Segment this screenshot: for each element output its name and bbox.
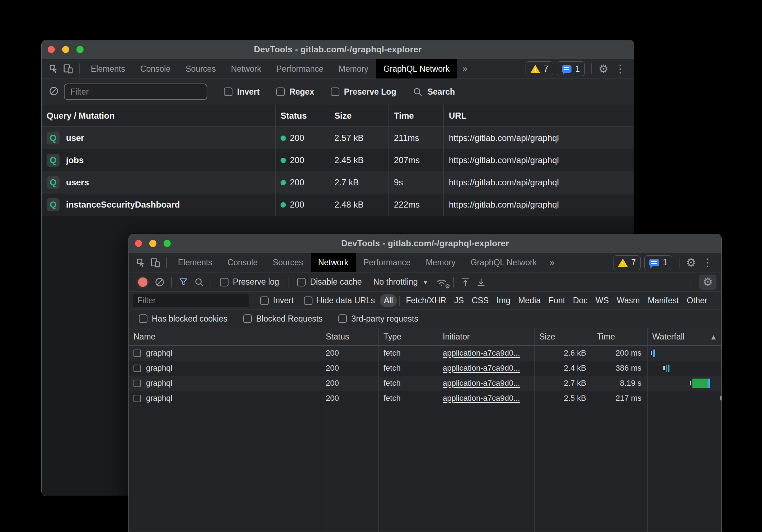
clear-icon[interactable] — [152, 275, 168, 289]
type-filter-media[interactable]: Media — [514, 294, 545, 307]
type-filter-img[interactable]: Img — [493, 294, 514, 307]
table-row[interactable]: Q users 200 2.7 kB 9s https://gitlab.com… — [42, 171, 634, 194]
table-row[interactable]: Q jobs 200 2.45 kB 207ms https://gitlab.… — [42, 149, 634, 171]
tab-console[interactable]: Console — [220, 253, 265, 272]
tab-console[interactable]: Console — [133, 59, 178, 79]
throttling-dropdown[interactable]: No throttling ▼ — [373, 277, 428, 287]
filter-input[interactable] — [64, 84, 207, 100]
type-filter-manifest[interactable]: Manifest — [644, 294, 683, 307]
tab-elements[interactable]: Elements — [170, 253, 220, 272]
tab-performance[interactable]: Performance — [269, 59, 331, 79]
tab-network[interactable]: Network — [224, 59, 269, 79]
invert-checkbox[interactable] — [224, 87, 232, 96]
initiator-link[interactable]: application-a7ca9d0... — [443, 348, 520, 358]
column-url[interactable]: URL — [443, 105, 634, 127]
device-toolbar-icon[interactable] — [148, 256, 163, 270]
preserve-log-checkbox-group[interactable]: Preserve Log — [331, 87, 396, 97]
filter-funnel-icon[interactable] — [175, 275, 191, 289]
type-filter-other[interactable]: Other — [683, 294, 711, 307]
row-checkbox[interactable] — [133, 395, 141, 402]
settings-gear-icon[interactable]: ⚙ — [598, 63, 608, 75]
titlebar[interactable]: DevTools - gitlab.com/-/graphql-explorer — [42, 40, 634, 59]
device-toolbar-icon[interactable] — [61, 62, 75, 76]
titlebar[interactable]: DevTools - gitlab.com/-/graphql-explorer — [129, 234, 721, 253]
table-row[interactable]: Q user 200 2.57 kB 211ms https://gitlab.… — [42, 127, 634, 149]
invert-checkbox[interactable] — [260, 296, 269, 305]
has-blocked-cookies-checkbox[interactable] — [139, 314, 147, 323]
network-settings-button[interactable]: ⚙ — [699, 275, 716, 290]
column-time[interactable]: Time — [592, 328, 647, 345]
tab-memory[interactable]: Memory — [418, 253, 463, 272]
messages-badge[interactable]: 1 — [557, 61, 585, 76]
initiator-link[interactable]: application-a7ca9d0... — [443, 364, 520, 373]
more-tabs-icon[interactable]: » — [549, 257, 555, 268]
hide-data-urls-checkbox[interactable] — [304, 296, 312, 305]
tab-memory[interactable]: Memory — [331, 59, 376, 79]
request-row[interactable]: graphql 200 fetch application-a7ca9d0...… — [129, 346, 721, 361]
messages-badge[interactable]: 1 — [644, 255, 672, 270]
regex-checkbox-group[interactable]: Regex — [276, 87, 314, 97]
tab-graphql-network[interactable]: GraphQL Network — [463, 253, 545, 272]
request-row[interactable]: graphql 200 fetch application-a7ca9d0...… — [129, 361, 721, 376]
blocked-requests-checkbox[interactable] — [243, 314, 252, 323]
column-status[interactable]: Status — [321, 328, 378, 345]
row-checkbox[interactable] — [133, 365, 141, 372]
filter-input[interactable] — [133, 294, 249, 307]
disable-cache-checkbox-group[interactable]: Disable cache — [297, 277, 362, 287]
column-size[interactable]: Size — [534, 328, 592, 345]
search-icon[interactable] — [191, 275, 207, 289]
more-options-icon[interactable]: ⋮ — [702, 257, 713, 268]
type-filter-doc[interactable]: Doc — [569, 294, 592, 307]
has-blocked-cookies-checkbox-group[interactable]: Has blocked cookies — [139, 314, 227, 324]
regex-checkbox[interactable] — [276, 87, 285, 96]
type-filter-fetch-xhr[interactable]: Fetch/XHR — [402, 294, 450, 307]
row-checkbox[interactable] — [133, 350, 141, 357]
type-filter-css[interactable]: CSS — [468, 294, 493, 307]
record-network-log-button[interactable] — [138, 277, 147, 287]
initiator-link[interactable]: application-a7ca9d0... — [443, 379, 520, 388]
invert-checkbox-group[interactable]: Invert — [224, 87, 260, 97]
third-party-requests-checkbox[interactable] — [338, 314, 347, 323]
hide-data-urls-checkbox-group[interactable]: Hide data URLs — [304, 296, 375, 305]
export-har-icon[interactable] — [473, 275, 489, 289]
request-row[interactable]: graphql 200 fetch application-a7ca9d0...… — [129, 391, 721, 406]
preserve-log-checkbox-group[interactable]: Preserve log — [220, 277, 279, 287]
column-type[interactable]: Type — [378, 328, 438, 345]
tab-performance[interactable]: Performance — [356, 253, 418, 272]
warnings-badge[interactable]: ! 7 — [613, 255, 641, 270]
table-row[interactable]: Q instanceSecurityDashboard 200 2.48 kB … — [42, 194, 634, 216]
tab-sources[interactable]: Sources — [178, 59, 223, 79]
inspect-element-icon[interactable] — [134, 256, 148, 270]
column-status[interactable]: Status — [275, 105, 329, 127]
more-tabs-icon[interactable]: » — [462, 63, 468, 74]
initiator-link[interactable]: application-a7ca9d0... — [443, 394, 520, 403]
column-time[interactable]: Time — [389, 105, 443, 127]
type-filter-ws[interactable]: WS — [592, 294, 613, 307]
search-button[interactable]: Search — [413, 87, 455, 97]
type-filter-font[interactable]: Font — [545, 294, 569, 307]
type-filter-js[interactable]: JS — [450, 294, 468, 307]
tab-sources[interactable]: Sources — [265, 253, 310, 272]
type-filter-all[interactable]: All — [380, 294, 397, 307]
import-har-icon[interactable] — [457, 275, 473, 289]
network-conditions-icon[interactable]: ⚙ — [434, 275, 450, 289]
warnings-badge[interactable]: ! 7 — [526, 61, 554, 76]
type-filter-wasm[interactable]: Wasm — [613, 294, 644, 307]
blocked-requests-checkbox-group[interactable]: Blocked Requests — [243, 314, 323, 324]
row-checkbox[interactable] — [133, 380, 141, 387]
tab-network[interactable]: Network — [311, 253, 356, 272]
settings-gear-icon[interactable]: ⚙ — [686, 257, 696, 268]
clear-icon[interactable] — [49, 86, 59, 98]
third-party-requests-checkbox-group[interactable]: 3rd-party requests — [338, 314, 418, 324]
tab-elements[interactable]: Elements — [83, 59, 133, 79]
invert-checkbox-group[interactable]: Invert — [260, 296, 294, 305]
column-query-mutation[interactable]: Query / Mutation — [42, 105, 275, 127]
request-row[interactable]: graphql 200 fetch application-a7ca9d0...… — [129, 376, 721, 391]
disable-cache-checkbox[interactable] — [297, 278, 306, 286]
column-initiator[interactable]: Initiator — [438, 328, 534, 345]
preserve-log-checkbox[interactable] — [220, 278, 229, 286]
column-name[interactable]: Name — [129, 328, 321, 345]
preserve-log-checkbox[interactable] — [331, 87, 339, 96]
inspect-element-icon[interactable] — [47, 62, 61, 76]
more-options-icon[interactable]: ⋮ — [615, 64, 625, 74]
